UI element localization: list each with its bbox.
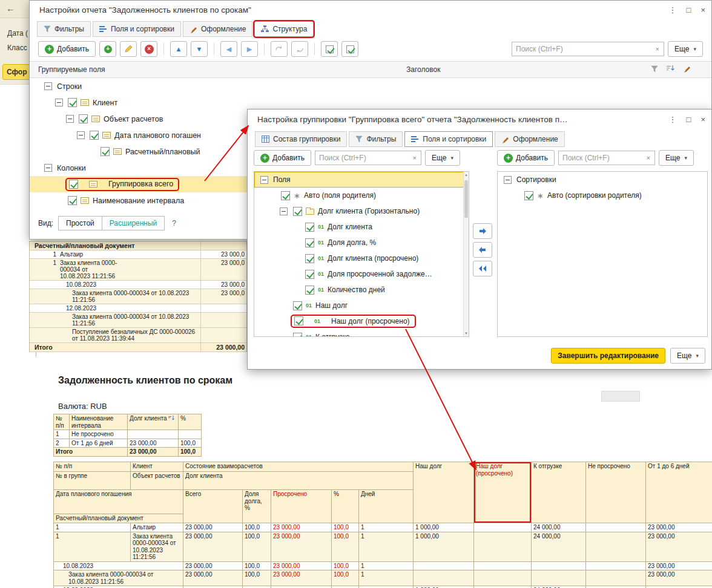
finish-editing-button[interactable]: Завершить редактирование	[551, 348, 665, 364]
structure-tree-row[interactable]: Строки	[30, 78, 711, 94]
checkbox[interactable]	[68, 98, 77, 107]
fields-item-row[interactable]: 01Долг клиента	[254, 219, 469, 235]
checkbox[interactable]	[524, 191, 533, 200]
edit-button[interactable]	[120, 41, 137, 57]
grouping-tab[interactable]: Оформление	[495, 131, 564, 147]
expander-icon[interactable]	[260, 176, 268, 184]
maximize-icon[interactable]: □	[687, 115, 691, 124]
add-sorting-button[interactable]: + Добавить	[497, 150, 555, 166]
delete-button[interactable]: ×	[140, 41, 157, 57]
fields-item-row[interactable]: Долг клиента (Горизонтально)	[254, 203, 469, 219]
report-row[interactable]: 1Альтаир23 000,00100,023 000,00100,011 0…	[54, 523, 712, 532]
group-button[interactable]	[271, 41, 288, 57]
more-button[interactable]: Еще▾	[659, 150, 694, 166]
expander-icon[interactable]	[504, 176, 512, 184]
checkbox[interactable]	[305, 286, 314, 295]
close-icon[interactable]: ×	[700, 5, 705, 15]
fragment-row[interactable]: 10.08.202323 000,0	[30, 281, 246, 289]
scrollbar-thumb[interactable]	[464, 180, 468, 218]
move-left-button[interactable]	[473, 242, 492, 258]
sortings-root-row[interactable]: Сортировки	[498, 172, 707, 188]
add-field-button[interactable]: + Добавить	[254, 150, 311, 166]
fields-item-row[interactable]: 01К отгрузке	[254, 329, 469, 337]
search-input[interactable]	[516, 45, 654, 53]
fields-item-row[interactable]: 01Наш долг (просрочено)	[254, 313, 469, 329]
ungroup-button[interactable]	[291, 41, 308, 57]
fragment-row[interactable]: Заказ клиента 0000-000034 от 10.08.2023 …	[30, 289, 246, 304]
expander-icon[interactable]	[44, 164, 52, 172]
report-row[interactable]: 1Заказ клиента 0000-000034 от 10.08.2023…	[54, 532, 712, 561]
sort-icon[interactable]	[667, 65, 674, 72]
fragment-total-row[interactable]: Итого23 000,00	[30, 343, 246, 352]
uncheck-all-button[interactable]	[341, 41, 358, 57]
grouping-tab[interactable]: Фильтры	[349, 131, 403, 147]
scrollbar[interactable]: ▲ ▼	[463, 172, 469, 336]
checkbox[interactable]	[294, 316, 303, 325]
clear-search-icon[interactable]: ×	[654, 45, 661, 53]
fragment-row[interactable]: 12.08.2023	[30, 304, 246, 313]
expander-icon[interactable]	[77, 131, 85, 139]
close-icon[interactable]: ×	[700, 115, 705, 124]
check-all-button[interactable]	[321, 41, 338, 57]
checkbox[interactable]	[293, 301, 302, 310]
sortings-search-input[interactable]	[562, 154, 645, 162]
fragment-row[interactable]: 1Заказ клиента 0000-000034 от 10.08.2023…	[30, 259, 246, 281]
checkbox[interactable]	[101, 147, 110, 156]
expander-icon[interactable]	[44, 82, 52, 90]
back-button[interactable]: ←	[6, 3, 15, 13]
checkbox[interactable]	[305, 270, 314, 279]
report-row[interactable]: 12.08.20231 000,0024 000,00	[54, 586, 712, 588]
scroll-down-icon[interactable]: ▼	[464, 332, 469, 335]
fields-item-row[interactable]: 01Долг клиента (просрочено)	[254, 250, 469, 266]
more-button[interactable]: Еще▾	[668, 41, 703, 57]
brush-icon[interactable]	[683, 65, 691, 73]
move-left-button[interactable]: ◀	[220, 41, 237, 57]
expander-icon[interactable]	[280, 207, 288, 215]
report-row[interactable]: Заказ клиента 0000-000034 от 10.08.2023 …	[54, 570, 712, 586]
fields-item-row[interactable]: 01Количество дней	[254, 282, 469, 298]
sortings-item-row[interactable]: ∗Авто (сортировки родителя)	[498, 188, 707, 203]
grouping-tab[interactable]: Поля и сортировки	[404, 131, 493, 147]
clear-search-icon[interactable]: ×	[411, 154, 418, 162]
maximize-icon[interactable]: □	[687, 5, 691, 15]
summary-total-row[interactable]: Итого23 000,00100,0	[54, 448, 202, 457]
checkbox[interactable]	[68, 196, 77, 205]
settings-tab[interactable]: Структура	[254, 21, 314, 37]
checkbox[interactable]	[305, 238, 314, 247]
checkbox[interactable]	[281, 191, 290, 200]
scroll-up-icon[interactable]: ▲	[464, 173, 469, 177]
menu-icon[interactable]: ⋮	[669, 5, 677, 15]
move-up-button[interactable]: ▲	[170, 41, 187, 57]
move-down-button[interactable]: ▼	[191, 41, 208, 57]
view-extended-button[interactable]: Расширенный	[102, 216, 165, 230]
expander-icon[interactable]	[55, 99, 63, 106]
move-right-button[interactable]	[473, 223, 492, 239]
help-link[interactable]: ?	[172, 219, 176, 227]
structure-tree-row[interactable]: Клиент	[30, 94, 711, 111]
more-button[interactable]: Еще▾	[670, 348, 705, 364]
settings-tab[interactable]: Фильтры	[37, 21, 91, 37]
clear-search-icon[interactable]: ×	[645, 154, 652, 162]
grouping-tab[interactable]: Состав группировки	[255, 131, 347, 147]
fragment-header-row[interactable]: Расчетный/плановый документ	[30, 241, 246, 250]
move-all-left-button[interactable]	[473, 261, 492, 276]
summary-row[interactable]: 2От 1 до 6 дней23 000,00100,0	[54, 439, 202, 448]
checkbox[interactable]	[69, 180, 78, 189]
fragment-row[interactable]: Заказ клиента 0000-000034 от 10.08.2023 …	[30, 313, 246, 328]
fragment-row[interactable]: 1Альтаир23 000,0	[30, 250, 246, 259]
fragment-row[interactable]: Поступление безналичных ДС 0000-000026 о…	[30, 328, 246, 343]
settings-tab[interactable]: Оформление	[183, 21, 252, 37]
expander-icon[interactable]	[66, 115, 74, 123]
checkbox[interactable]	[305, 254, 314, 263]
view-simple-button[interactable]: Простой	[58, 216, 102, 230]
checkbox[interactable]	[293, 207, 302, 216]
fields-item-row[interactable]: 01Доля просроченной задолже…	[254, 266, 469, 282]
checkbox[interactable]	[79, 114, 88, 123]
menu-icon[interactable]: ⋮	[669, 115, 677, 124]
checkbox[interactable]	[293, 333, 302, 338]
report-row[interactable]: 10.08.202323 000,00100,023 000,00100,012…	[54, 561, 712, 570]
sort-descending-icon[interactable]	[168, 416, 174, 423]
move-right-button[interactable]: ▶	[241, 41, 258, 57]
settings-tab[interactable]: Поля и сортировки	[93, 21, 181, 37]
summary-row[interactable]: 1Не просрочено	[54, 430, 202, 439]
